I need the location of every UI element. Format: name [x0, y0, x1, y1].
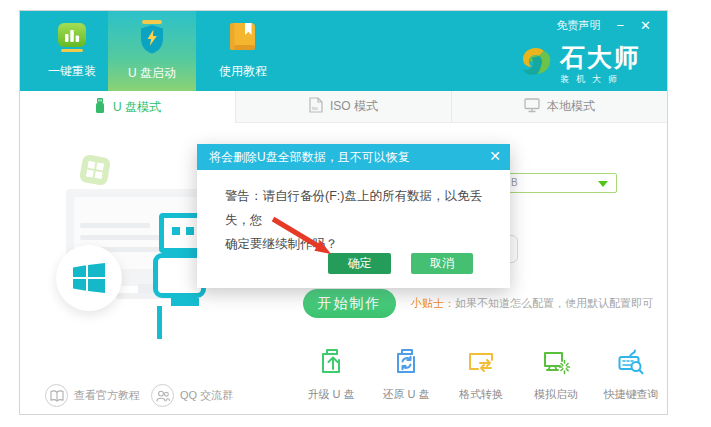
local-mode-icon	[524, 98, 540, 116]
tab-label: 使用教程	[219, 63, 267, 80]
tab-iso-mode[interactable]: iso ISO 模式	[235, 91, 451, 123]
minimize-button[interactable]: −	[617, 19, 625, 32]
dialog-close-icon[interactable]: ✕	[489, 148, 501, 164]
mode-tab-label: ISO 模式	[330, 98, 378, 115]
book-icon	[45, 384, 68, 407]
close-button[interactable]: ✕	[640, 19, 651, 32]
tool-hotkey-search[interactable]: 快捷键查询	[593, 347, 669, 402]
official-tutorial-link[interactable]: 查看官方教程	[45, 384, 140, 407]
brand-logo: 石大师 装机大师	[520, 44, 641, 86]
usb-drive-dropdown[interactable]: B	[496, 173, 617, 193]
hotkey-search-icon	[616, 347, 646, 381]
brand-name: 石大师	[560, 44, 641, 70]
tab-local-mode[interactable]: 本地模式	[451, 91, 667, 123]
format-convert-icon	[466, 347, 496, 381]
confirm-button[interactable]: 确定	[328, 253, 391, 274]
tool-format-convert[interactable]: 格式转换	[443, 347, 519, 402]
tool-restore-usb[interactable]: 还原 U 盘	[368, 347, 444, 402]
simulate-boot-icon	[541, 347, 571, 381]
usb-illustration-cable	[157, 306, 162, 339]
tool-upgrade-usb[interactable]: 升级 U 盘	[293, 347, 369, 402]
usb-illustration-neck	[171, 298, 199, 306]
qq-group-link[interactable]: QQ 交流群	[151, 384, 233, 407]
windows-flag-icon	[56, 245, 122, 311]
mode-tab-label: 本地模式	[547, 98, 595, 115]
disclaimer-link[interactable]: 免责声明	[557, 18, 601, 33]
upgrade-usb-icon	[316, 347, 346, 381]
svg-text:iso: iso	[312, 106, 318, 111]
usb-mini-icon	[94, 98, 106, 117]
restore-usb-icon	[391, 347, 421, 381]
tab-one-key-reinstall[interactable]: 一键重装	[34, 11, 110, 91]
users-icon	[151, 384, 174, 407]
tab-usb-mode[interactable]: U 盘模式	[20, 91, 235, 123]
mode-tabs: U 盘模式 iso ISO 模式	[20, 91, 667, 123]
tool-simulate-boot[interactable]: 模拟启动	[518, 347, 594, 402]
tab-usb-boot[interactable]: U 盘启动	[108, 11, 196, 91]
screenshot-canvas: 一键重装 U 盘启动	[0, 0, 711, 427]
mode-tab-label: U 盘模式	[113, 99, 161, 116]
cancel-button[interactable]: 取消	[411, 253, 473, 274]
windows-tile-icon	[79, 154, 111, 186]
dialog-message: 警告：请自行备份(F:)盘上的所有数据，以免丢失，您 确定要继续制作吗？	[225, 184, 487, 256]
confirm-dialog: 将会删除U盘全部数据，且不可以恢复 ✕ 警告：请自行备份(F:)盘上的所有数据，…	[197, 144, 510, 288]
start-make-button[interactable]: 开始制作	[303, 289, 396, 318]
reinstall-icon	[57, 23, 87, 56]
iso-doc-icon: iso	[309, 97, 323, 116]
tip-text: 小贴士：如果不知道怎么配置，使用默认配置即可	[411, 289, 653, 318]
tutorial-icon	[230, 22, 257, 56]
tip-label: 小贴士：	[411, 297, 455, 309]
tab-label: 一键重装	[48, 63, 96, 80]
tab-tutorial[interactable]: 使用教程	[204, 11, 282, 91]
usb-boot-icon	[137, 20, 167, 58]
app-window: 一键重装 U 盘启动	[19, 10, 668, 415]
dialog-title: 将会删除U盘全部数据，且不可以恢复	[197, 144, 510, 170]
tab-label: U 盘启动	[128, 65, 176, 82]
chevron-down-icon	[598, 181, 608, 187]
brand-swirl-icon	[520, 44, 552, 84]
brand-subtitle: 装机大师	[560, 73, 641, 86]
dropdown-text: B	[511, 177, 518, 188]
app-header: 一键重装 U 盘启动	[20, 11, 667, 91]
